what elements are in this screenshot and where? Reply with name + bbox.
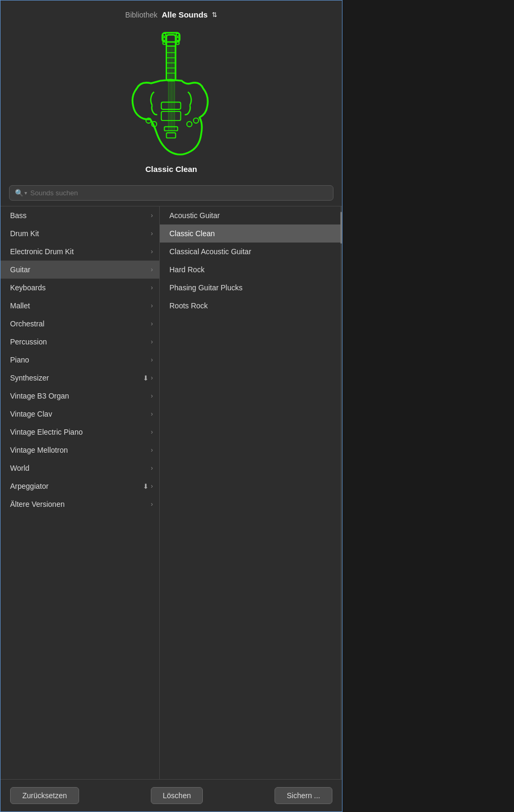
chevron-right-icon: › xyxy=(151,212,153,219)
left-list-item[interactable]: Vintage Electric Piano› xyxy=(1,423,159,441)
list-item-label: Synthesizer xyxy=(10,374,49,382)
svg-point-7 xyxy=(176,41,179,45)
library-label: Bibliothek xyxy=(125,11,158,19)
list-item-right: › xyxy=(151,212,153,219)
chevron-right-icon: › xyxy=(151,356,153,364)
left-list-item[interactable]: Synthesizer⬇› xyxy=(1,369,159,387)
list-item-right: › xyxy=(151,302,153,309)
right-panel xyxy=(342,0,514,812)
guitar-area: Classic Clean xyxy=(1,24,342,179)
reset-button[interactable]: Zurücksetzen xyxy=(10,787,79,804)
chevron-right-icon: › xyxy=(151,320,153,327)
list-item-right: › xyxy=(151,284,153,291)
right-list: Acoustic GuitarClassic CleanClassical Ac… xyxy=(160,206,342,779)
chevron-right-icon: › xyxy=(151,248,153,255)
list-item-label: Keyboards xyxy=(10,283,46,292)
list-item-label: Piano xyxy=(10,356,29,364)
left-list-item[interactable]: Piano› xyxy=(1,351,159,369)
list-item-right: › xyxy=(151,500,153,508)
svg-point-23 xyxy=(186,122,192,127)
left-list-item[interactable]: Vintage Mellotron› xyxy=(1,441,159,459)
list-item-label: Vintage Clav xyxy=(10,410,52,418)
left-list-item[interactable]: Drum Kit› xyxy=(1,224,159,243)
svg-rect-16 xyxy=(164,127,177,131)
right-list-item[interactable]: Phasing Guitar Plucks xyxy=(160,279,342,297)
list-item-right: › xyxy=(151,320,153,327)
list-item-label: World xyxy=(10,464,29,472)
svg-rect-17 xyxy=(166,133,175,138)
chevron-right-icon: › xyxy=(151,392,153,400)
left-list-item[interactable]: Orchestral› xyxy=(1,315,159,333)
chevron-right-icon: › xyxy=(151,266,153,273)
chevron-right-icon: › xyxy=(151,338,153,345)
left-list-item[interactable]: Percussion› xyxy=(1,333,159,351)
svg-rect-15 xyxy=(161,102,181,109)
list-item-right: › xyxy=(151,446,153,454)
save-button[interactable]: Sichern ... xyxy=(275,787,332,804)
left-list-item[interactable]: Electronic Drum Kit› xyxy=(1,243,159,261)
scrollbar-track[interactable] xyxy=(340,206,342,779)
list-item-right: › xyxy=(151,248,153,255)
list-item-label: Drum Kit xyxy=(10,229,39,238)
lists-container: Bass›Drum Kit›Electronic Drum Kit›Guitar… xyxy=(1,206,342,779)
right-list-item[interactable]: Roots Rock xyxy=(160,297,342,315)
right-list-item[interactable]: Classical Acoustic Guitar xyxy=(160,243,342,261)
list-item-label: Orchestral xyxy=(10,319,45,328)
right-list-item[interactable]: Acoustic Guitar xyxy=(160,206,342,224)
left-list-item[interactable]: Vintage Clav› xyxy=(1,405,159,423)
list-item-label: Ältere Versionen xyxy=(10,500,65,508)
search-bar[interactable]: 🔍▾ xyxy=(9,185,333,201)
chevron-right-icon: › xyxy=(151,410,153,418)
left-list-item[interactable]: Vintage B3 Organ› xyxy=(1,387,159,405)
svg-point-24 xyxy=(193,118,199,123)
list-item-right: › xyxy=(151,230,153,237)
svg-point-2 xyxy=(162,33,166,37)
search-input[interactable] xyxy=(30,189,328,197)
download-icon[interactable]: ⬇ xyxy=(143,482,149,490)
list-item-label: Mallet xyxy=(10,301,30,310)
left-list: Bass›Drum Kit›Electronic Drum Kit›Guitar… xyxy=(1,206,160,779)
list-item-right: › xyxy=(151,266,153,273)
left-list-item[interactable]: Mallet› xyxy=(1,297,159,315)
list-item-label: Vintage B3 Organ xyxy=(10,392,69,400)
right-list-item[interactable]: Classic Clean xyxy=(160,224,342,243)
list-item-label: Guitar xyxy=(10,265,30,274)
list-item-right: ⬇› xyxy=(143,374,153,382)
header-title[interactable]: Alle Sounds xyxy=(162,10,208,19)
left-list-item[interactable]: Keyboards› xyxy=(1,279,159,297)
list-item-right: › xyxy=(151,392,153,400)
left-list-item[interactable]: Ältere Versionen› xyxy=(1,495,159,513)
left-list-item[interactable]: World› xyxy=(1,459,159,477)
list-item-label: Vintage Mellotron xyxy=(10,446,68,454)
chevron-icon[interactable]: ⇅ xyxy=(212,11,217,19)
svg-point-5 xyxy=(176,33,179,37)
chevron-right-icon: › xyxy=(151,500,153,508)
svg-rect-14 xyxy=(161,111,181,120)
svg-point-3 xyxy=(162,37,166,40)
download-icon[interactable]: ⬇ xyxy=(143,374,149,382)
chevron-right-icon: › xyxy=(151,464,153,472)
list-item-label: Percussion xyxy=(10,338,47,346)
guitar-icon xyxy=(113,30,230,162)
scrollbar-thumb[interactable] xyxy=(340,212,342,244)
list-item-right: › xyxy=(151,338,153,345)
search-icon: 🔍▾ xyxy=(15,189,27,197)
list-item-right: › xyxy=(151,464,153,472)
svg-point-4 xyxy=(162,41,166,45)
left-list-item[interactable]: Bass› xyxy=(1,206,159,224)
chevron-right-icon: › xyxy=(151,302,153,309)
main-panel: Bibliothek Alle Sounds ⇅ xyxy=(0,0,342,812)
delete-button[interactable]: Löschen xyxy=(151,787,203,804)
bottom-bar: Zurücksetzen Löschen Sichern ... xyxy=(1,779,342,811)
left-list-item[interactable]: Guitar› xyxy=(1,261,159,279)
chevron-right-icon: › xyxy=(151,374,153,382)
list-item-right: › xyxy=(151,356,153,364)
list-item-right: › xyxy=(151,410,153,418)
right-list-item[interactable]: Hard Rock xyxy=(160,261,342,279)
chevron-right-icon: › xyxy=(151,446,153,454)
header: Bibliothek Alle Sounds ⇅ xyxy=(1,1,342,24)
chevron-right-icon: › xyxy=(151,482,153,490)
list-item-label: Bass xyxy=(10,211,27,220)
left-list-item[interactable]: Arpeggiator⬇› xyxy=(1,477,159,495)
list-item-label: Electronic Drum Kit xyxy=(10,247,74,256)
